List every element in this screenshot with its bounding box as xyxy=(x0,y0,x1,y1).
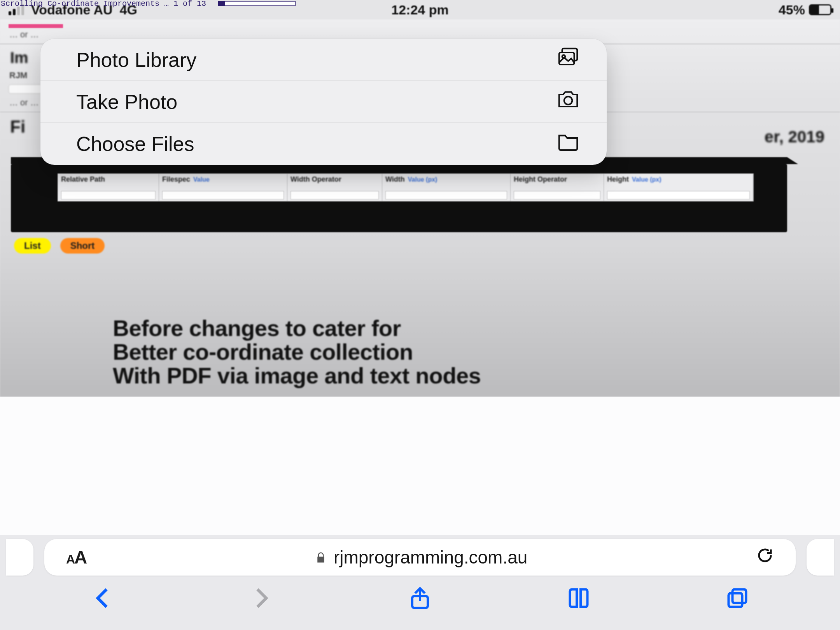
tabs-button[interactable] xyxy=(726,586,749,611)
safari-toolbar xyxy=(0,579,840,630)
filter-input-path[interactable] xyxy=(61,191,156,200)
slideshow-overlay: Scrolling Co-ordinate Improvements … 1 o… xyxy=(0,0,840,9)
slide-caption: Before changes to cater for Better co-or… xyxy=(113,317,481,388)
take-photo-item[interactable]: Take Photo xyxy=(40,81,607,123)
filter-col-filespec: Filespec Value xyxy=(159,174,287,201)
reader-aa-button[interactable]: AA xyxy=(66,547,86,568)
svg-point-3 xyxy=(564,96,572,105)
address-bar[interactable]: AA rjmprogramming.com.au xyxy=(44,539,796,576)
short-button[interactable]: Short xyxy=(60,238,105,254)
filter-col-height-op: Height Operator xyxy=(511,174,604,201)
bookmarks-button[interactable] xyxy=(567,586,590,611)
filter-input-height-op[interactable] xyxy=(514,191,600,200)
reload-button[interactable] xyxy=(756,546,774,569)
choose-files-item[interactable]: Choose Files xyxy=(40,123,607,165)
filter-col-width-op: Width Operator xyxy=(287,174,382,201)
svg-rect-5 xyxy=(733,590,746,603)
filter-input-filespec[interactable] xyxy=(162,191,284,200)
photo-library-icon xyxy=(556,46,580,74)
slideshow-caption: Scrolling Co-ordinate Improvements … 1 o… xyxy=(1,0,206,8)
prev-tab-peek[interactable] xyxy=(6,539,33,576)
svg-rect-6 xyxy=(729,593,742,607)
filter-input-height[interactable] xyxy=(607,191,750,200)
photo-library-label: Photo Library xyxy=(76,48,196,72)
photo-library-item[interactable]: Photo Library xyxy=(40,39,607,81)
blank-region xyxy=(0,397,840,535)
filter-col-height: Height Value (px) xyxy=(604,174,753,201)
forward-button[interactable] xyxy=(250,586,273,611)
lock-icon xyxy=(315,547,327,568)
url-text: rjmprogramming.com.au xyxy=(334,547,527,568)
back-button[interactable] xyxy=(91,586,114,611)
file-picker-popover: Photo Library Take Photo Choose Files xyxy=(40,39,607,165)
take-photo-label: Take Photo xyxy=(76,90,177,114)
next-tab-peek[interactable] xyxy=(807,539,834,576)
share-button[interactable] xyxy=(408,586,432,611)
camera-icon xyxy=(556,88,580,116)
folder-icon xyxy=(556,130,580,158)
filter-col-width: Width Value (px) xyxy=(382,174,511,201)
slideshow-progress xyxy=(218,1,296,6)
filter-col-path: Relative Path xyxy=(58,174,159,201)
date-text: er, 2019 xyxy=(765,128,824,146)
choose-files-label: Choose Files xyxy=(76,132,194,156)
filter-input-width[interactable] xyxy=(385,191,507,200)
filter-bar: Relative Path Filespec Value Width Opera… xyxy=(11,164,787,232)
address-bar-row: AA rjmprogramming.com.au xyxy=(0,535,840,579)
filter-input-width-op[interactable] xyxy=(290,191,379,200)
list-button[interactable]: List xyxy=(14,238,51,254)
url-display: rjmprogramming.com.au xyxy=(315,547,527,568)
